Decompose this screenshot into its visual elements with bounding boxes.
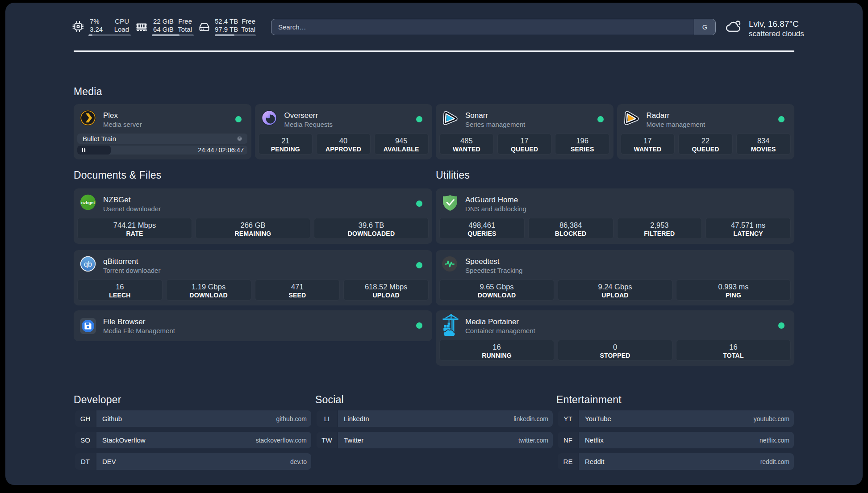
svg-text:qb: qb xyxy=(84,260,92,268)
svg-text:nzbget: nzbget xyxy=(81,200,95,205)
